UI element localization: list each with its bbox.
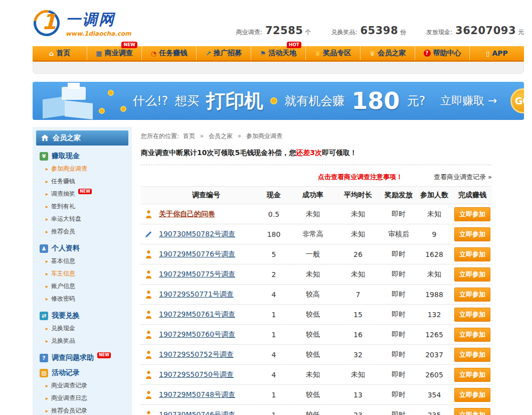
breadcrumb-home[interactable]: 首页 — [183, 132, 195, 140]
banner-product: 打印机 — [206, 88, 263, 114]
cash-value: 1 — [256, 311, 291, 319]
arrow-icon: ▸ — [46, 296, 48, 302]
nav-item-prizes[interactable]: ♛ 奖品专区 — [305, 46, 360, 60]
col-success-rate: 成功率 — [291, 191, 334, 200]
table-row: 190729M50748号调查 1 较低 13 即时 354 立即参加 — [141, 385, 492, 405]
sub-nav-strip — [33, 62, 524, 74]
promo-banner[interactable]: 什么!? 想买 打印机 就有机会赚 180 元? 立即赚取 → GO — [33, 82, 524, 120]
survey-link[interactable]: 190729M50748号调查 — [159, 390, 235, 398]
new-badge: NEW — [97, 352, 111, 358]
survey-link[interactable]: 190729S50771号调查 — [159, 290, 234, 298]
house-icon — [41, 134, 49, 142]
arrow-icon: ▸ — [46, 179, 48, 184]
stat-cash-paid: 发放现金: 36207093 元 — [426, 25, 524, 37]
breadcrumb-prefix: 您所在的位置: — [141, 132, 179, 140]
join-button[interactable]: 立即参加 — [454, 328, 490, 342]
banner-text: 什么!? 想买 打印机 就有机会赚 180 元? 立即赚取 → GO — [133, 87, 524, 114]
nav-item-business-survey[interactable]: NEW ▦ 商业调查 — [87, 46, 141, 60]
go-button[interactable]: GO — [510, 88, 524, 113]
sidebar-section-survey-help[interactable]: ? 调查问题求助 NEW — [33, 353, 132, 362]
trophy-icon: ♛ — [370, 50, 376, 57]
site-logo[interactable]: 1 一调网 www.1diaocha.com — [33, 9, 131, 37]
join-button[interactable]: 立即参加 — [454, 227, 490, 241]
sidebar-title-member-home[interactable]: 会员之家 — [36, 130, 128, 146]
reward-issue: 即时 — [382, 270, 416, 279]
nav-item-app[interactable]: ▯ APP — [469, 46, 524, 60]
cash-value: 1 — [256, 331, 291, 339]
sidebar-item-account-info[interactable]: ▸ 账户信息 — [33, 280, 132, 293]
main-nav: ⌂ 首页 NEW ▦ 商业调查 ◔ 任务赚钱 ↗ 推广招募 HOT ⚑ 活动天地… — [33, 46, 524, 62]
nav-item-activities[interactable]: HOT ⚑ 活动天地 — [251, 46, 305, 60]
reward-issue: 审核后 — [382, 230, 416, 239]
avg-duration: 15 — [334, 311, 382, 319]
survey-link[interactable]: 190729M50775号调查 — [159, 270, 235, 278]
survey-link[interactable]: 190729M50760号调查 — [159, 330, 235, 338]
sidebar-item-survey-lottery[interactable]: ▸ 调查抽奖 NEW — [33, 188, 132, 200]
breadcrumb-member-home[interactable]: 会员之家 — [209, 132, 233, 140]
new-badge: NEW — [78, 189, 92, 195]
sidebar-item-survey-records[interactable]: ▸ 商业调查记录 — [33, 379, 132, 392]
person-icon — [141, 291, 156, 299]
join-button[interactable]: 立即参加 — [454, 288, 490, 302]
reward-issue: 即时 — [382, 210, 416, 219]
site-header: 1 一调网 www.1diaocha.com 商业调查: 72585 个 兑换奖… — [33, 0, 524, 46]
nav-label: 推广招募 — [214, 49, 242, 58]
sidebar-item-exchange-prize[interactable]: ▸ 兑换奖品 — [33, 335, 132, 347]
survey-link[interactable]: 190729M50761号调查 — [159, 310, 235, 318]
nav-item-promote[interactable]: ↗ 推广招募 — [196, 46, 251, 60]
sidebar-item-referral-records[interactable]: ▸ 推荐会员记录 — [33, 404, 132, 415]
nav-item-help[interactable]: ? 帮助中心 — [415, 46, 469, 60]
sidebar-item-basic-info[interactable]: ▸ 基本信息 — [33, 255, 132, 267]
join-button[interactable]: 立即参加 — [454, 348, 490, 362]
logo-text: 一调网 www.1diaocha.com — [66, 10, 131, 37]
col-survey-id: 调查编号 — [156, 191, 256, 200]
new-badge: NEW — [121, 42, 137, 48]
sidebar-item-sign-in[interactable]: ▸ 签到有礼 — [33, 200, 132, 213]
participants: 2605 — [416, 371, 453, 379]
nav-item-member-home[interactable]: ♛ 会员之家 — [360, 46, 415, 60]
avg-duration: 7 — [334, 291, 382, 299]
survey-records-link[interactable]: 查看商业调查记录 » — [434, 173, 492, 182]
join-button[interactable]: 立即参加 — [454, 408, 490, 415]
sidebar-item-task-earn[interactable]: ▸ 任务赚钱 — [33, 175, 132, 188]
survey-link[interactable]: 190730M50746号调查 — [159, 410, 235, 415]
participants: 1265 — [416, 331, 453, 339]
arrow-icon: ▸ — [46, 284, 48, 289]
sidebar: 会员之家 ¥ 赚取现金 ▸ 参加商业调查 ▸ 任务赚钱 ▸ 调查抽奖 NEW ▸ — [33, 127, 132, 415]
survey-link[interactable]: 190729S50750号调查 — [159, 370, 234, 378]
success-rate: 较低 — [291, 410, 334, 415]
survey-link[interactable]: 190729S50752号调查 — [159, 350, 234, 358]
join-button[interactable]: 立即参加 — [454, 267, 490, 282]
join-button[interactable]: 立即参加 — [454, 207, 490, 221]
sidebar-item-refer-member[interactable]: ▸ 推荐会员 — [33, 225, 132, 238]
sidebar-item-join-survey[interactable]: ▸ 参加商业调查 — [33, 163, 132, 175]
sidebar-item-lucky-wheel[interactable]: ▸ 幸运大转盘 — [33, 213, 132, 225]
sidebar-item-exchange-cash[interactable]: ▸ 兑换现金 — [33, 322, 132, 335]
site-name: 一调网 — [66, 10, 131, 30]
survey-tips-link[interactable]: 点击查看商业调查注意事项！ — [318, 173, 403, 182]
cash-value: 5 — [256, 250, 291, 258]
table-row: 190729M50760号调查 1 较低 16 即时 1265 立即参加 — [141, 325, 492, 345]
arrow-icon: ▸ — [46, 204, 48, 209]
survey-link[interactable]: 190729M50776号调查 — [159, 250, 235, 258]
sidebar-section-profile: ♟ 个人资料 — [33, 244, 132, 253]
nav-label: 任务赚钱 — [159, 49, 187, 58]
join-button[interactable]: 立即参加 — [454, 308, 490, 322]
nav-label: 会员之家 — [378, 49, 406, 58]
sidebar-item-change-password[interactable]: ▸ 修改密码 — [33, 293, 132, 305]
sidebar-item-survey-log[interactable]: ▸ 商业调查日志 — [33, 392, 132, 404]
col-avg-duration: 平均时长 — [334, 191, 382, 200]
join-button[interactable]: 立即参加 — [454, 247, 490, 261]
join-button[interactable]: 立即参加 — [454, 388, 490, 402]
cash-value: 0.5 — [256, 210, 291, 218]
survey-link[interactable]: 关于你自己的问卷 — [159, 210, 215, 218]
survey-link[interactable]: 190730M50782号调查 — [159, 230, 235, 238]
nav-item-home[interactable]: ⌂ 首页 — [33, 46, 87, 60]
nav-item-tasks[interactable]: ◔ 任务赚钱 — [141, 46, 196, 60]
nav-label: 奖品专区 — [323, 49, 351, 58]
person-icon — [141, 351, 156, 359]
join-button[interactable]: 立即参加 — [454, 368, 490, 382]
success-rate: 较低 — [291, 310, 334, 319]
sidebar-item-car-owner-info[interactable]: ▸ 车主信息 — [33, 267, 132, 280]
cash-value: 2 — [256, 270, 291, 279]
